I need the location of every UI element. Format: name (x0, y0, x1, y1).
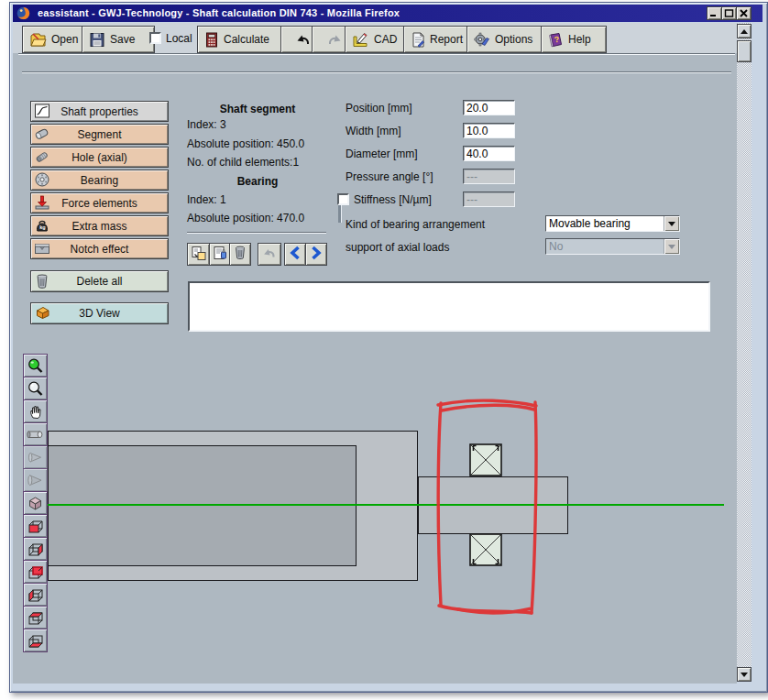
sidebar-label: Hole (axial) (71, 151, 127, 164)
help-label: Help (568, 33, 591, 46)
local-checkbox[interactable] (149, 32, 161, 44)
scrollbar-track[interactable] (737, 23, 752, 682)
axial-select: No (545, 238, 680, 255)
message-area[interactable] (188, 281, 710, 332)
sidebar-label: Extra mass (71, 220, 126, 233)
sidebar-item-shaft-properties[interactable]: Shaft properties (30, 101, 169, 122)
delete-button[interactable] (229, 243, 251, 266)
zoom-out-tool[interactable] (23, 377, 48, 400)
dropdown-arrow-icon (664, 239, 679, 254)
pressure-angle-label: Pressure angle [°] (346, 170, 433, 183)
chevron-left-icon (288, 246, 302, 264)
calculator-icon (204, 32, 219, 48)
paste-icon (212, 245, 228, 265)
sidebar-item-notch-effect[interactable]: Notch effect (30, 238, 169, 259)
segment-cylinder-icon (34, 126, 50, 145)
diameter-label: Diameter [mm] (346, 148, 418, 160)
shaft-properties-icon (34, 103, 50, 122)
view-cylinder-tool[interactable] (23, 422, 48, 446)
close-button[interactable] (736, 6, 752, 20)
view-3d-button[interactable]: 3D View (30, 302, 169, 324)
dropdown-arrow-icon[interactable] (664, 216, 679, 231)
pan-tool[interactable] (23, 399, 48, 423)
report-document-icon (411, 32, 425, 48)
sidebar-label: Bearing (81, 174, 118, 187)
save-button[interactable]: Save (82, 26, 155, 53)
weight-kg-icon: kg (34, 217, 50, 236)
position-label: Position [mm] (346, 102, 412, 115)
options-label: Options (495, 33, 532, 46)
axial-label: support of axial loads (346, 241, 449, 254)
maximize-button[interactable] (721, 6, 737, 20)
position-input[interactable]: 20.0 (463, 100, 515, 115)
sidebar-item-force-elements[interactable]: Force elements (30, 192, 169, 213)
trash-icon (34, 272, 50, 292)
sidebar-label: Notch effect (71, 243, 129, 256)
local-label: Local (166, 32, 192, 45)
view-back-tool[interactable] (23, 560, 48, 584)
options-button[interactable]: Options (466, 26, 553, 53)
view-left-tool[interactable] (23, 583, 48, 607)
view-3d-label: 3D View (79, 307, 119, 320)
pressure-angle-input: --- (463, 169, 515, 184)
titlebar[interactable]: eassistant - GWJ-Technology - Shaft calc… (13, 5, 763, 22)
firefox-icon (16, 6, 30, 24)
divider (187, 232, 326, 234)
cad-ruler-pencil-icon (352, 32, 369, 48)
view-top-tool[interactable] (23, 606, 48, 629)
notch-profile-icon (34, 240, 50, 259)
cube-3d-icon (34, 304, 51, 324)
divider (22, 71, 731, 73)
view-isometric-tool[interactable] (23, 491, 48, 515)
bearing-index: Index: 1 (187, 193, 226, 206)
paste-button[interactable] (209, 243, 231, 266)
sidebar-item-hole-axial[interactable]: Hole (axial) (30, 147, 169, 168)
arrangement-label: Kind of bearing arrangement (346, 218, 485, 231)
width-input[interactable]: 10.0 (463, 123, 515, 138)
scroll-up-button[interactable] (737, 24, 752, 38)
delete-all-label: Delete all (76, 275, 122, 288)
next-button[interactable] (305, 243, 327, 266)
arrangement-value: Movable bearing (546, 216, 664, 231)
divider (18, 53, 735, 55)
segment-index: Index: 3 (187, 118, 226, 131)
zoom-in-tool[interactable] (23, 354, 48, 377)
stiffness-checkbox[interactable] (337, 193, 349, 205)
force-arrow-icon (34, 194, 50, 213)
bearing-title: Bearing (183, 175, 332, 188)
view-right-tool[interactable] (23, 537, 48, 561)
undo-edit-button[interactable] (258, 243, 281, 266)
delete-all-button[interactable]: Delete all (30, 270, 169, 292)
save-label: Save (110, 33, 135, 46)
options-tools-icon (474, 32, 490, 48)
minimize-button[interactable] (707, 6, 722, 20)
sidebar-label: Shaft properties (60, 105, 138, 118)
arrangement-select[interactable]: Movable bearing (545, 215, 680, 232)
sidebar-item-segment[interactable]: Segment (30, 124, 169, 145)
screen: eassistant - GWJ-Technology - Shaft calc… (0, 0, 768, 700)
window-title: eassistant - GWJ-Technology - Shaft calc… (38, 7, 400, 18)
calculate-button[interactable]: Calculate (197, 26, 292, 53)
bearing-icon (34, 171, 50, 191)
view-bottom-tool[interactable] (23, 629, 48, 652)
open-folder-icon (29, 32, 47, 48)
copy-button[interactable] (187, 243, 210, 266)
scrollbar-thumb[interactable] (737, 40, 752, 62)
sidebar-item-bearing[interactable]: Bearing (30, 170, 169, 191)
undo-icon (295, 32, 312, 47)
floppy-disk-icon (89, 32, 105, 48)
scroll-down-button[interactable] (737, 667, 752, 682)
cad-label: CAD (374, 33, 397, 46)
view-front-tool[interactable] (23, 514, 48, 538)
diameter-input[interactable]: 40.0 (463, 146, 515, 161)
shaft-inner-bore[interactable] (48, 445, 357, 566)
sidebar-item-extra-mass[interactable]: kg Extra mass (30, 215, 169, 236)
sidebar-label: Segment (77, 128, 121, 141)
previous-button[interactable] (284, 243, 306, 266)
undo-icon (261, 246, 278, 264)
view-cone-b-tool[interactable] (23, 468, 48, 492)
centerline (48, 504, 724, 506)
help-book-icon: ? (548, 32, 564, 48)
view-cone-a-tool[interactable] (23, 445, 48, 469)
help-button[interactable]: ? Help (541, 26, 607, 53)
